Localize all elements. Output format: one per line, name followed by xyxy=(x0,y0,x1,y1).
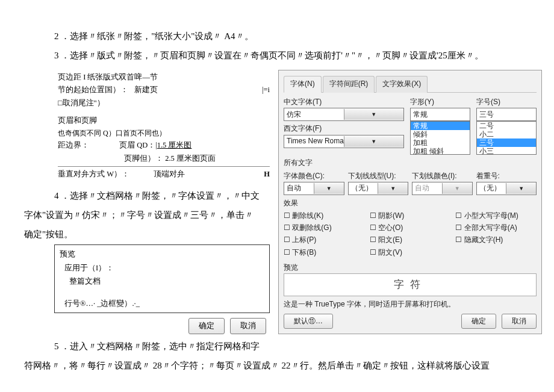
cjk-font-label: 中文字体(T) xyxy=(284,96,404,108)
list-item[interactable]: 二号 xyxy=(477,122,536,130)
distance-label: 距边界： xyxy=(58,139,89,152)
underline-style-label: 下划线线型(U): xyxy=(348,170,409,182)
size-label: 字号(S) xyxy=(476,96,537,108)
size-listbox[interactable]: 二号 小二 三号 小三 xyxy=(476,121,537,155)
instruction-2: 2 ．选择〃纸张〃附签，"纸张大小"设成〃 A4〃。 xyxy=(54,29,536,43)
font-color-combo[interactable]: 自动▼ xyxy=(284,182,344,195)
chevron-down-icon: ▼ xyxy=(314,183,344,194)
instruction-5a: 5 ．进入〃文档网格〃附签，选中〃指定行网格和字 xyxy=(54,339,536,353)
instruction-4c: 确定"按钮。 xyxy=(24,225,270,243)
chk-subscript[interactable]: 下标(B) xyxy=(284,247,365,258)
truetype-hint: 这是一种 TrueType 字体，同时适用于屏幕和打印机。 xyxy=(284,299,537,310)
tab-char-spacing[interactable]: 字符间距(R) xyxy=(323,76,375,93)
text: 页边距 I 纸张版式双首啤—节 xyxy=(58,73,158,81)
tab-font[interactable]: 字体(N) xyxy=(284,76,322,93)
chk-hidden[interactable]: 隐藏文字(H) xyxy=(455,234,537,246)
text: |=i xyxy=(262,84,270,96)
instruction-3: 3 ．选择〃版式〃附签，〃页眉和页脚〃设置在〃奇偶页不同〃选项前打'〃"〃，〃页… xyxy=(54,48,536,63)
line-num-border-row: 行号®…· _边框變）.·_ xyxy=(60,297,264,311)
list-item[interactable]: 小三 xyxy=(477,147,536,155)
list-item[interactable]: 加粗 倾斜 xyxy=(411,147,470,155)
dialog-tabs: 字体(N) 字符间距(R) 文字效果(X) xyxy=(284,75,537,93)
chk-smallcaps[interactable]: 小型大写字母(M) xyxy=(455,210,537,222)
cjk-font-combo[interactable]: 仿宋 ▼ xyxy=(284,108,404,121)
font-dialog: 字体(N) 字符间距(R) 文字效果(X) 中文字体(T) 仿宋 ▼ 西文字体(… xyxy=(278,70,542,334)
list-item[interactable]: 常规 xyxy=(411,122,470,130)
odd-even-options: 也奇偶页不同 Q）口首页不同也） xyxy=(58,127,270,139)
apply-scope: 整篇文档 xyxy=(60,275,264,288)
footer-offset-label: 页脚但）： xyxy=(124,154,163,163)
list-item[interactable]: 加粗 xyxy=(411,138,470,147)
chk-dblstrike[interactable]: 双删除线(G) xyxy=(284,222,365,234)
style-value[interactable]: 常规 xyxy=(410,108,470,121)
ok-button[interactable]: 确定 xyxy=(461,314,496,329)
apply-to: 应用于（I）： xyxy=(60,261,264,275)
style-label: 字形(Y) xyxy=(410,96,470,108)
valign-label: 垂直对弁方式 W）： xyxy=(58,168,129,181)
font-color-label: 字体颜色(C): xyxy=(284,170,344,182)
chk-outline[interactable]: 空心(O) xyxy=(370,222,451,234)
instruction-5b: 符网格〃，将〃每行〃设置成〃 28〃个字符；〃每页〃设置成〃 22〃行。然后单击… xyxy=(24,358,536,373)
chk-allcaps[interactable]: 全部大写字母(A) xyxy=(455,222,537,234)
effects-label: 效果 xyxy=(284,198,537,209)
preview-label: 预览 xyxy=(284,262,537,273)
header-footer-title: 页眉和页脚 xyxy=(58,114,270,127)
chevron-down-icon: ▼ xyxy=(506,183,536,194)
header-offset-value: |1.5 厘米图 xyxy=(155,139,191,152)
effects-grid: 删除线(K) 阴影(W) 小型大写字母(M) 双删除线(G) 空心(O) 全部大… xyxy=(284,210,537,258)
cancel-button[interactable]: 取消 xyxy=(230,318,266,334)
chk-superscript[interactable]: 上标(P) xyxy=(284,234,365,246)
preview-box: 预览 应用于（I）： 整篇文档 行号®…· _边框變）.·_ xyxy=(54,244,270,313)
latin-font-label: 西文字体(F) xyxy=(284,123,404,134)
chevron-down-icon: ▼ xyxy=(344,109,404,120)
chk-shadow[interactable]: 阴影(W) xyxy=(370,210,451,222)
chk-engrave[interactable]: 阴文(V) xyxy=(370,247,451,258)
list-item[interactable]: 倾斜 xyxy=(411,130,470,138)
valign-value: 顶端对弁 xyxy=(154,168,185,181)
emphasis-label: 着重号: xyxy=(476,170,537,182)
cancel-button[interactable]: 取消 xyxy=(502,314,537,329)
list-item[interactable]: 三号 xyxy=(477,138,536,147)
underline-color-label: 下划线颜色(I): xyxy=(412,170,473,182)
size-value[interactable]: 三号 xyxy=(476,108,537,121)
preview-title: 预览 xyxy=(60,247,264,261)
underline-style-combo[interactable]: （无）▼ xyxy=(348,182,409,195)
chevron-down-icon: ▼ xyxy=(442,183,472,194)
chk-emboss[interactable]: 阳文(E) xyxy=(370,234,451,246)
underline-color-combo[interactable]: 自动▼ xyxy=(412,182,473,195)
preview-area: 字符 xyxy=(284,273,537,296)
emphasis-combo[interactable]: （无）▼ xyxy=(476,182,537,195)
footer-offset-value: 2.5 厘米图页面 xyxy=(165,154,216,163)
header-offset-label: 页眉 QD： xyxy=(119,139,155,152)
layout-dialog-block: 页边距 I 纸张版式双首啤—节 节的起始位置国）： 新建页 |=i □取消尾注"… xyxy=(54,70,270,182)
ok-button[interactable]: 确定 xyxy=(188,318,225,334)
section-start-value: 新建页 xyxy=(134,84,158,96)
instruction-4b: 字体"设置为〃仿宋〃；〃字号〃设置成〃三号〃，单击〃 xyxy=(24,206,270,224)
tab-text-effects[interactable]: 文字效果(X) xyxy=(376,76,428,93)
section-start-label: 节的起始位置国）： xyxy=(58,84,128,96)
all-text-label: 所有文字 xyxy=(284,157,537,169)
style-listbox[interactable]: 常规 倾斜 加粗 加粗 倾斜 xyxy=(410,121,470,155)
instruction-4a: 4 ．选择〃文档网格〃附签，〃字体设置〃，〃中文 xyxy=(54,187,270,205)
suppress-endnote: □取消尾注"） xyxy=(58,97,270,110)
chevron-down-icon: ▼ xyxy=(378,183,408,194)
latin-font-combo[interactable]: Times New Roman ▼ xyxy=(284,135,404,148)
list-item[interactable]: 小二 xyxy=(477,130,536,138)
default-button[interactable]: 默认⑪… xyxy=(284,314,333,329)
dialog-buttons: 确定 取消 xyxy=(54,318,270,334)
chevron-down-icon: ▼ xyxy=(344,136,404,147)
chk-strike[interactable]: 删除线(K) xyxy=(284,210,365,222)
